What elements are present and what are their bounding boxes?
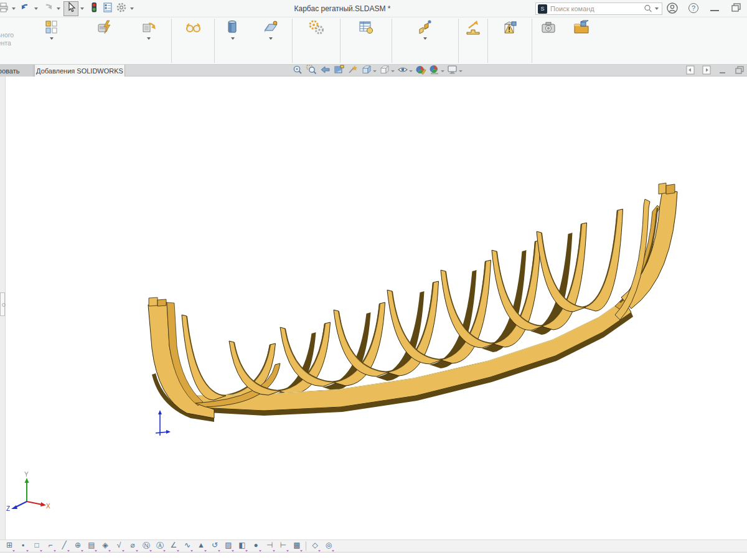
flyout-caret[interactable] xyxy=(259,550,261,552)
apply-scene-button[interactable] xyxy=(428,65,446,77)
sphere-button[interactable]: ● xyxy=(249,540,263,552)
search-scope-caret[interactable] xyxy=(655,7,659,10)
appearance-box-button[interactable]: ▩ xyxy=(290,540,304,552)
ribbon-button-snapshot[interactable] xyxy=(533,17,564,64)
flyout-caret[interactable] xyxy=(177,550,179,552)
edit-appearance-button[interactable] xyxy=(414,65,428,77)
ribbon-button-caret[interactable] xyxy=(423,37,427,40)
flyout-caret[interactable] xyxy=(12,550,15,552)
tab-analyze[interactable]: изировать xyxy=(0,65,34,77)
flyout-caret[interactable] xyxy=(108,550,111,552)
angle-button[interactable]: ∠ xyxy=(167,540,181,552)
dropdown-caret[interactable] xyxy=(409,70,413,72)
dropdown-caret[interactable] xyxy=(391,70,395,72)
flyout-caret[interactable] xyxy=(40,550,42,552)
section-view-button[interactable] xyxy=(332,65,346,77)
dropdown-caret[interactable] xyxy=(373,70,377,72)
table-button[interactable]: ▤ xyxy=(85,540,98,552)
flyout-caret[interactable] xyxy=(218,550,220,552)
ribbon-button-move-component[interactable] xyxy=(127,17,171,64)
ribbon-button-caret[interactable] xyxy=(147,37,151,40)
flyout-caret[interactable] xyxy=(163,550,166,552)
dropdown-caret[interactable] xyxy=(34,7,38,10)
display-style-button[interactable] xyxy=(378,65,396,77)
circle-button[interactable]: ⊕ xyxy=(71,540,85,552)
ribbon-button-linear-pattern[interactable] xyxy=(21,17,82,64)
flyout-caret[interactable] xyxy=(232,550,234,552)
restore-window-icon[interactable] xyxy=(731,2,743,14)
doc-minimize-icon[interactable] xyxy=(718,65,727,77)
ribbon-button-instant3d[interactable] xyxy=(459,17,487,64)
note-n-button[interactable]: Ⓝ xyxy=(139,540,153,552)
zoom-fit-button[interactable] xyxy=(291,65,305,77)
filter-button[interactable]: ◇ xyxy=(308,540,322,552)
flyout-caret[interactable] xyxy=(300,550,303,552)
tab-solidworks-addins[interactable]: Добавления SOLIDWORKS xyxy=(34,65,125,77)
undo-button[interactable] xyxy=(19,1,32,16)
dropdown-caret[interactable] xyxy=(57,7,60,10)
ribbon-button-autofasteners[interactable] xyxy=(82,17,127,64)
help-icon[interactable]: ? xyxy=(688,3,698,13)
flyout-caret[interactable] xyxy=(81,550,83,552)
ribbon-button-caret[interactable] xyxy=(50,37,54,40)
rectangle-button[interactable]: □ xyxy=(30,540,44,552)
command-search-box[interactable]: S Поиск команд xyxy=(535,2,662,15)
pane-left-icon[interactable] xyxy=(686,65,695,77)
flyout-caret[interactable] xyxy=(273,550,275,552)
ribbon-button-reference-geometry[interactable] xyxy=(250,17,291,64)
ribbon-button-partial[interactable]: ельного онента xyxy=(0,17,21,64)
boss-button[interactable]: ▪ xyxy=(16,540,30,552)
view-orientation-button[interactable] xyxy=(360,65,378,77)
flyout-caret[interactable] xyxy=(318,550,321,552)
flyout-caret[interactable] xyxy=(204,550,207,552)
check-sketch-button[interactable]: √ xyxy=(112,540,126,552)
flyout-caret[interactable] xyxy=(95,550,97,552)
hatch-button[interactable]: ▨ xyxy=(222,540,235,552)
sketch-filter-button[interactable] xyxy=(346,65,360,77)
options-list-button[interactable] xyxy=(101,1,115,16)
ribbon-button-exploded-view[interactable] xyxy=(393,17,458,64)
doc-restore-icon[interactable] xyxy=(735,65,745,77)
dropdown-caret[interactable] xyxy=(130,7,134,10)
panel-splitter-handle[interactable] xyxy=(0,292,5,316)
flyout-caret[interactable] xyxy=(286,550,289,552)
spline-button[interactable]: ∿ xyxy=(181,540,194,552)
ribbon-button-caret[interactable] xyxy=(269,37,273,40)
graphics-viewport[interactable] xyxy=(0,77,747,539)
flyout-caret[interactable] xyxy=(67,550,70,552)
settings-gear-button[interactable] xyxy=(115,1,128,16)
search-icon[interactable] xyxy=(643,4,653,14)
flyout-caret[interactable] xyxy=(245,550,248,552)
ribbon-button-assembly-features[interactable] xyxy=(215,17,250,64)
ribbon-button-speedpak[interactable] xyxy=(489,17,531,64)
ribbon-button-large-assembly[interactable] xyxy=(564,17,599,64)
dropdown-caret[interactable] xyxy=(80,7,84,10)
line-button[interactable]: ╱ xyxy=(57,540,71,552)
select-cursor-button[interactable] xyxy=(63,1,78,16)
previous-view-button[interactable] xyxy=(319,65,332,77)
eraser-button[interactable]: ◈ xyxy=(98,540,112,552)
ribbon-button-caret[interactable] xyxy=(231,37,235,40)
mate-left-button[interactable]: ⊣ xyxy=(263,540,276,552)
redo-button[interactable] xyxy=(41,1,55,16)
dimension-button[interactable]: ⌀ xyxy=(126,540,139,552)
filter-dot-button[interactable]: ◎ xyxy=(322,540,336,552)
flyout-caret[interactable] xyxy=(122,550,125,552)
mate-right-button[interactable]: ⊢ xyxy=(276,540,290,552)
flyout-caret[interactable] xyxy=(136,550,138,552)
ribbon-button-motion-study[interactable] xyxy=(293,17,339,64)
half-section-button[interactable]: ◧ xyxy=(235,540,249,552)
flyout-caret[interactable] xyxy=(190,550,193,552)
dropdown-caret[interactable] xyxy=(12,7,16,10)
flyout-caret[interactable] xyxy=(26,550,29,552)
flyout-caret[interactable] xyxy=(54,550,56,552)
hide-show-items-button[interactable] xyxy=(396,65,414,77)
flyout-caret[interactable] xyxy=(332,550,334,552)
zoom-area-button[interactable] xyxy=(305,65,319,77)
ribbon-button-bom[interactable] xyxy=(341,17,391,64)
view-settings-button[interactable] xyxy=(446,65,464,77)
pane-right-icon[interactable] xyxy=(702,65,711,77)
dropdown-caret[interactable] xyxy=(459,70,463,72)
rebuild-traffic-light-button[interactable] xyxy=(87,1,101,16)
rotate-button[interactable]: ↺ xyxy=(208,540,222,552)
